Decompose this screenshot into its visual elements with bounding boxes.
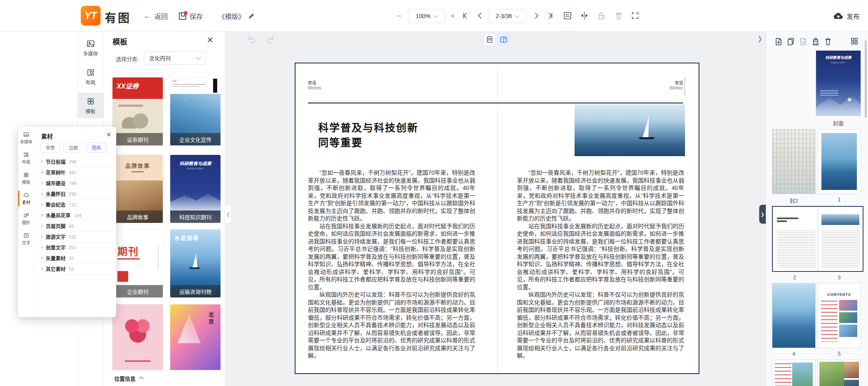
lock-button[interactable]: [597, 11, 606, 20]
sidebar-item-templates[interactable]: 模板: [77, 93, 103, 118]
asset-category-row[interactable]: 矢量素材37: [35, 253, 116, 264]
position-info-toggle[interactable]: 位置信息: [104, 370, 224, 386]
template-card-beijing[interactable]: 北京: [170, 304, 221, 372]
zoom-in-button[interactable]: +: [450, 11, 455, 21]
split-spread-button[interactable]: [579, 11, 589, 20]
assets-nav-templates[interactable]: 模板: [18, 169, 34, 187]
tab-borders[interactable]: 边框: [63, 143, 83, 152]
single-page-view-button[interactable]: [484, 34, 495, 45]
rename-icon[interactable]: [248, 13, 255, 19]
page-thumb-1[interactable]: [817, 129, 861, 194]
card-cover-title: 品牌故事: [113, 161, 163, 169]
fullscreen-button[interactable]: [631, 11, 640, 20]
last-page-button[interactable]: [547, 12, 555, 20]
asset-category-row[interactable]: 水墨风花草194: [35, 210, 116, 221]
template-card-brand-story[interactable]: 品牌故事 品牌故事: [113, 155, 163, 223]
templates-panel-close-icon[interactable]: ✕: [206, 35, 213, 45]
template-card-shipping-journal[interactable]: 水运指南 运输咨询刊物: [170, 229, 221, 297]
template-card-science-journal[interactable]: 科研教育与成果 HIGHLIGHT 科技知识期刊: [170, 155, 221, 223]
template-card-corporate-culture[interactable]: 03 企业文化宣传: [170, 77, 221, 145]
zoom-out-button[interactable]: −: [396, 11, 402, 21]
sail-shape: [643, 116, 650, 137]
asset-category-row[interactable]: 花草树叶487: [35, 167, 116, 178]
template-card-securities[interactable]: XX证券 证券期刊: [113, 77, 163, 145]
undo-button[interactable]: [246, 35, 256, 44]
page-thumb-cover[interactable]: 科研教育与成果 HIGHLIGHT: [816, 50, 861, 116]
template-card-label: 科技知识期刊: [170, 211, 221, 223]
previous-page-button[interactable]: [476, 12, 484, 20]
document-spread[interactable]: 寄语 Wishes 寄语 Wishes 科学普及与科技创新 同等重要 “忽如一夜…: [295, 63, 699, 374]
asset-category-row[interactable]: 创意文字261: [35, 242, 116, 253]
assets-nav-layout[interactable]: 布局: [18, 149, 34, 167]
page-thumb-6[interactable]: [772, 360, 816, 386]
asset-category-row[interactable]: 页眉页脚65: [35, 221, 116, 232]
template-card-hospital[interactable]: [113, 304, 163, 372]
asset-category-row[interactable]: 节日祝福299: [35, 157, 116, 167]
page-thumb-4[interactable]: [772, 283, 816, 348]
add-page-button[interactable]: [774, 37, 783, 46]
media-icon: [23, 131, 29, 138]
card-cover-subtitle: HIGHLIGHT: [170, 167, 221, 170]
body-text-left-page[interactable]: “忽如一夜春风来，千树万树梨花开”，建国70年来，特别是改革开放以来，随着我国经…: [308, 169, 475, 360]
card-corner-number: 03: [173, 79, 176, 83]
assets-panel-close-icon[interactable]: ✕: [106, 131, 111, 138]
asset-category-row[interactable]: 旅游文字192: [35, 232, 116, 242]
assets-tabs: 背景 边框 图库: [40, 143, 106, 152]
clear-page-button[interactable]: [812, 37, 820, 46]
collapse-right-panel-handle[interactable]: ❯: [759, 205, 766, 224]
app-logo[interactable]: YT: [81, 6, 101, 26]
next-page-button[interactable]: [533, 12, 541, 20]
layout-icon: [23, 152, 29, 158]
cover-thumb-title: 科研教育与成果: [816, 55, 861, 60]
grid-view-button[interactable]: [850, 37, 859, 45]
duplicate-page-button[interactable]: [787, 37, 795, 46]
paste-page-button[interactable]: [799, 37, 807, 46]
expand-pages-panel-icon[interactable]: ❯: [757, 35, 762, 42]
asset-category-row[interactable]: 其它素材52: [35, 264, 116, 274]
media-icon: [86, 39, 95, 48]
article-headline[interactable]: 科学普及与科技创新 同等重要: [318, 120, 418, 150]
editor-canvas[interactable]: ❯ 寄语 Wishes 寄语 Wishes 科学普及与科技创新 同等重要 “忽如…: [225, 32, 766, 386]
tab-gallery[interactable]: 图库: [87, 143, 106, 152]
page-settings-button[interactable]: [563, 11, 572, 20]
tab-backgrounds[interactable]: 背景: [40, 143, 60, 152]
pages-scrollbar[interactable]: [865, 40, 867, 118]
assets-nav-assets[interactable]: 素材: [18, 189, 34, 208]
category-filter-label: 选择分类:: [116, 55, 139, 63]
publish-button[interactable]: 发布: [833, 0, 860, 32]
chevron-up-icon: [139, 377, 143, 381]
page-indicator-select[interactable]: 2-3/36: [488, 9, 526, 23]
zoom-level-select[interactable]: 100%: [408, 9, 445, 23]
page-thumb-contents[interactable]: CONTENTS: [817, 283, 861, 348]
asset-category-row[interactable]: 聚会纪念711: [35, 199, 116, 210]
delete-page-button[interactable]: [614, 11, 623, 20]
chevron-right-icon: [40, 192, 43, 195]
card-cover-title: XX证券: [113, 77, 163, 99]
page-thumb-inside-cover[interactable]: [772, 129, 816, 194]
assets-nav-text[interactable]: 文字: [18, 229, 34, 248]
chevron-right-icon: [40, 160, 43, 163]
page-thumb-label: 4: [772, 351, 816, 357]
page-thumb-7[interactable]: [817, 360, 861, 386]
assets-nav-media[interactable]: 多媒体: [18, 129, 34, 147]
sailboat-photo[interactable]: [575, 104, 685, 156]
sidebar-item-media[interactable]: 多媒体: [77, 35, 103, 61]
template-card-corporate-journal[interactable]: 期刊 企业期刊: [113, 229, 163, 297]
asset-category-row[interactable]: 城市建设784: [35, 178, 116, 189]
redo-button[interactable]: [265, 35, 275, 44]
assets-nav-shapes[interactable]: 图形: [18, 209, 34, 228]
page-thumb-spread-2-3-selected[interactable]: [772, 206, 863, 272]
category-select[interactable]: 文化内刊: [144, 51, 206, 65]
sidebar-item-layout[interactable]: 布局: [77, 64, 103, 89]
asset-category-row[interactable]: 水墨怀旧290: [35, 189, 116, 199]
template-card-label: 企业期刊: [113, 285, 163, 297]
collapse-left-panel-handle[interactable]: ❮: [225, 205, 232, 224]
delete-page-button[interactable]: [824, 37, 832, 46]
text-icon: [23, 232, 29, 239]
back-button[interactable]: ← 返回: [143, 0, 168, 32]
body-text-right-page[interactable]: “忽如一夜春风来，千树万树梨花开”，建国70年来，特别是改革开放以来，随着我国经…: [517, 169, 684, 360]
chevron-right-icon: [40, 235, 43, 238]
facing-pages-view-button[interactable]: [498, 34, 509, 45]
first-page-button[interactable]: [461, 12, 469, 20]
save-button[interactable]: 保存: [179, 0, 203, 32]
